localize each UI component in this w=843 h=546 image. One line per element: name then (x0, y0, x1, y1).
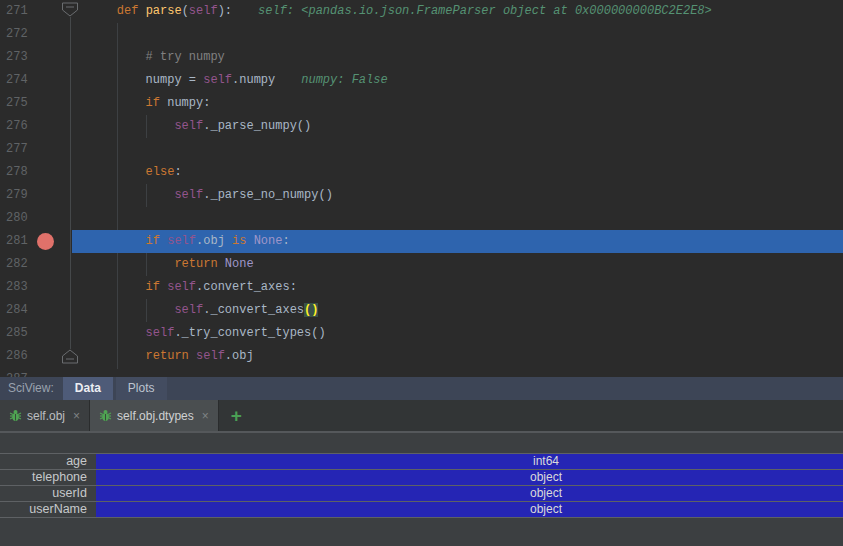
fold-marker-close-icon[interactable] (61, 349, 79, 364)
code-line[interactable]: 272 (0, 23, 843, 46)
code-text: return self.obj (88, 345, 254, 368)
code-line[interactable]: 281 if self.obj is None: (0, 230, 843, 253)
code-line[interactable]: 278 else: (0, 161, 843, 184)
bug-icon (99, 409, 112, 422)
code-line[interactable]: 275 if numpy: (0, 92, 843, 115)
line-number[interactable]: 279 (6, 184, 46, 207)
data-tab-self-obj[interactable]: self.obj× (0, 400, 90, 431)
row-header[interactable]: telephone (0, 470, 96, 485)
table-row[interactable]: userNameobject (0, 502, 843, 518)
data-viewer-tab-bar: self.obj×self.obj.dtypes× + (0, 400, 843, 431)
code-line[interactable]: 276 self._parse_numpy() (0, 115, 843, 138)
code-text: self._parse_numpy() (88, 115, 311, 138)
inline-debugger-hint: self: <pandas.io.json.FrameParser object… (258, 0, 712, 23)
table-row[interactable]: ageint64 (0, 454, 843, 470)
code-line[interactable]: 277 (0, 138, 843, 161)
sciview-tab-data[interactable]: Data (63, 377, 113, 400)
code-line[interactable]: 284 self._convert_axes() (0, 299, 843, 322)
table-row[interactable]: userIdobject (0, 486, 843, 502)
dtypes-table: ageint64telephoneobjectuserIdobjectuserN… (0, 453, 843, 518)
line-number[interactable]: 272 (6, 23, 46, 46)
data-tab-self-obj-dtypes[interactable]: self.obj.dtypes× (90, 400, 219, 431)
row-header[interactable]: userId (0, 486, 96, 501)
code-text: self._try_convert_types() (88, 322, 326, 345)
code-line[interactable]: 279 self._parse_no_numpy() (0, 184, 843, 207)
ide-window: 271 def parse(self):self: <pandas.io.jso… (0, 0, 843, 546)
sciview-title: SciView: (0, 377, 63, 400)
line-number[interactable]: 280 (6, 207, 46, 230)
line-number[interactable]: 274 (6, 69, 46, 92)
table-row[interactable]: telephoneobject (0, 470, 843, 486)
code-line[interactable]: 287 (0, 368, 843, 377)
add-tab-button[interactable]: + (231, 406, 242, 425)
line-number[interactable]: 277 (6, 138, 46, 161)
code-text: numpy = self.numpy (88, 69, 275, 92)
code-line[interactable]: 283 if self.convert_axes: (0, 276, 843, 299)
close-icon[interactable]: × (73, 410, 80, 422)
line-number[interactable]: 287 (6, 368, 46, 377)
cell-value[interactable]: object (96, 502, 843, 517)
code-text: return None (88, 253, 254, 276)
line-number[interactable]: 276 (6, 115, 46, 138)
tab-label: self.obj (27, 409, 65, 423)
line-number[interactable]: 275 (6, 92, 46, 115)
bug-icon (9, 409, 22, 422)
line-number[interactable]: 273 (6, 46, 46, 69)
code-text: if self.convert_axes: (88, 276, 297, 299)
code-line[interactable]: 286 return self.obj (0, 345, 843, 368)
sciview-toolbar: SciView: DataPlots (0, 377, 843, 400)
code-text: if self.obj is None: (88, 230, 290, 253)
inline-debugger-hint: numpy: False (301, 69, 387, 92)
code-editor[interactable]: 271 def parse(self):self: <pandas.io.jso… (0, 0, 843, 377)
code-text: def parse(self): (88, 0, 232, 23)
cell-value[interactable]: int64 (96, 454, 843, 469)
fold-marker-open-icon[interactable] (61, 2, 79, 17)
code-line[interactable]: 274 numpy = self.numpynumpy: False (0, 69, 843, 92)
line-number[interactable]: 284 (6, 299, 46, 322)
line-number[interactable]: 285 (6, 322, 46, 345)
code-line[interactable]: 273 # try numpy (0, 46, 843, 69)
code-line[interactable]: 271 def parse(self):self: <pandas.io.jso… (0, 0, 843, 23)
breakpoint-icon[interactable] (37, 233, 54, 250)
sciview-tab-plots[interactable]: Plots (116, 377, 167, 400)
row-header[interactable]: userName (0, 502, 96, 517)
row-header[interactable]: age (0, 454, 96, 469)
line-number[interactable]: 283 (6, 276, 46, 299)
code-line[interactable]: 282 return None (0, 253, 843, 276)
cell-value[interactable]: object (96, 486, 843, 501)
line-number[interactable]: 282 (6, 253, 46, 276)
code-text: if numpy: (88, 92, 210, 115)
close-icon[interactable]: × (202, 410, 209, 422)
line-number[interactable]: 271 (6, 0, 46, 23)
code-line[interactable]: 280 (0, 207, 843, 230)
cell-value[interactable]: object (96, 470, 843, 485)
tab-label: self.obj.dtypes (117, 409, 194, 423)
line-number[interactable]: 278 (6, 161, 46, 184)
code-line[interactable]: 285 self._try_convert_types() (0, 322, 843, 345)
code-text: else: (88, 161, 182, 184)
dataframe-viewer[interactable]: ageint64telephoneobjectuserIdobjectuserN… (0, 431, 843, 546)
line-number[interactable]: 286 (6, 345, 46, 368)
code-text: # try numpy (88, 46, 225, 69)
code-text: self._parse_no_numpy() (88, 184, 333, 207)
code-text: self._convert_axes() (88, 299, 318, 322)
